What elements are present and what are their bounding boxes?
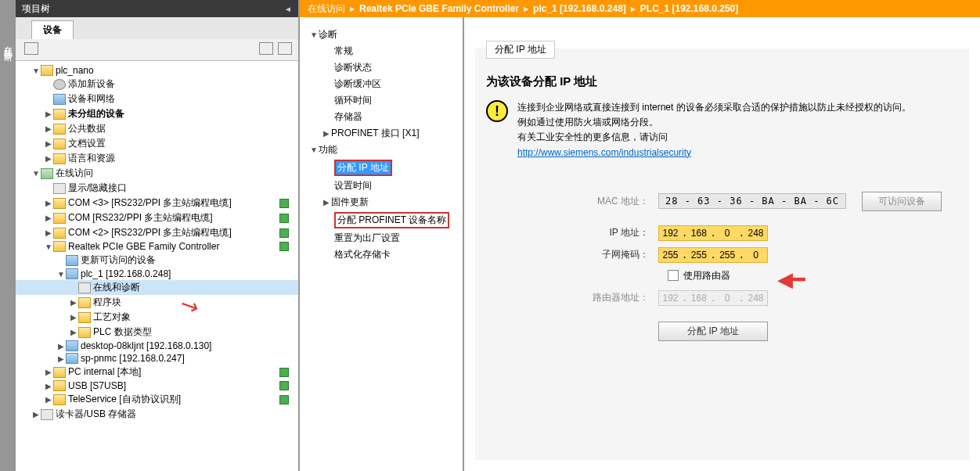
- desktop-node[interactable]: ▶desktop-08kljnt [192.168.0.130]: [16, 340, 298, 352]
- doc-settings[interactable]: ▶文档设置: [16, 136, 298, 151]
- nav-factory-reset[interactable]: 重置为出厂设置: [303, 230, 459, 246]
- breadcrumb-seg[interactable]: Realtek PCIe GBE Family Controller: [359, 3, 519, 14]
- router-label: 路由器地址：: [564, 291, 658, 304]
- access-devices-button[interactable]: 可访问设备: [862, 192, 942, 211]
- toolbar-icon-1[interactable]: [24, 42, 38, 55]
- nav-firmware[interactable]: ▶固件更新: [303, 194, 459, 210]
- nav-memory[interactable]: 存储器: [303, 109, 459, 125]
- nav-cycle-time[interactable]: 循环时间: [303, 92, 459, 109]
- status-icon: [279, 242, 289, 251]
- add-device[interactable]: 添加新设备: [16, 77, 298, 92]
- nav-assign-ip[interactable]: 分配 IP 地址: [303, 158, 459, 178]
- show-hide-interface[interactable]: 显示/隐藏接口: [16, 181, 298, 196]
- breadcrumb-seg[interactable]: 在线访问: [308, 2, 345, 16]
- vertical-tab[interactable]: 在线与诊断: [0, 0, 16, 471]
- devices-tab[interactable]: 设备: [31, 20, 74, 39]
- nav-assign-profinet[interactable]: 分配 PROFINET 设备名称: [303, 210, 459, 230]
- mac-label: MAC 地址：: [564, 195, 658, 208]
- status-icon: [279, 199, 289, 208]
- online-diag[interactable]: 在线和诊断: [16, 280, 298, 295]
- update-devices[interactable]: 更新可访问的设备: [16, 253, 298, 268]
- nav-diag-buffer[interactable]: 诊断缓冲区: [303, 76, 459, 92]
- nav-profinet[interactable]: ▶PROFINET 接口 [X1]: [303, 125, 459, 142]
- mask-label: 子网掩码：: [564, 248, 658, 261]
- ip-input[interactable]: 192.168.0.248: [658, 225, 768, 241]
- warning-line: 有关工业安全性的更多信息，请访问: [517, 130, 911, 145]
- section-title: 分配 IP 地址: [486, 41, 555, 59]
- card-reader[interactable]: ▶读卡器/USB 存储器: [16, 407, 298, 422]
- use-router-checkbox[interactable]: [668, 270, 679, 281]
- nav-format-card[interactable]: 格式化存储卡: [303, 246, 459, 263]
- toolbar-icon-3[interactable]: [278, 42, 292, 55]
- toolbar-icon-2[interactable]: [259, 42, 273, 55]
- sp-pnmc-node[interactable]: ▶sp-pnmc [192.168.0.247]: [16, 352, 298, 365]
- assign-ip-button[interactable]: 分配 IP 地址: [658, 322, 768, 341]
- teleservice[interactable]: ▶TeleService [自动协议识别]: [16, 392, 298, 407]
- collapse-icon[interactable]: ◄: [284, 5, 292, 13]
- nav-set-time[interactable]: 设置时间: [303, 178, 459, 194]
- router-input: 192.168.0.248: [658, 290, 768, 306]
- lang-resources[interactable]: ▶语言和资源: [16, 151, 298, 166]
- use-router-label: 使用路由器: [683, 269, 730, 282]
- mac-value: 28 - 63 - 36 - BA - BA - 6C: [658, 193, 846, 209]
- project-tree: ▼plc_nano 添加新设备 设备和网络 ▶未分组的设备 ▶公共数据 ▶文档设…: [16, 61, 298, 471]
- com2[interactable]: ▶COM <2> [RS232/PPI 多主站编程电缆]: [16, 225, 298, 240]
- panel-header: 项目树 ◄: [16, 0, 298, 17]
- mask-input[interactable]: 255.255.255.0: [658, 247, 768, 263]
- warning-line: 连接到企业网络或直接连接到 internet 的设备必须采取合适的保护措施以防止…: [517, 100, 911, 115]
- status-icon: [279, 381, 289, 390]
- content-heading: 为该设备分配 IP 地址: [486, 74, 958, 89]
- nav-general[interactable]: 常规: [303, 43, 459, 59]
- breadcrumb: 在线访问▸ Realtek PCIe GBE Family Controller…: [300, 0, 980, 17]
- nav-func[interactable]: ▼功能: [303, 142, 459, 158]
- nav-diag[interactable]: ▼诊断: [303, 27, 459, 43]
- project-root[interactable]: ▼plc_nano: [16, 64, 298, 77]
- pc-internal[interactable]: ▶PC internal [本地]: [16, 365, 298, 379]
- ungrouped-devices[interactable]: ▶未分组的设备: [16, 106, 298, 121]
- project-tree-panel: 项目树 ◄ 设备 ▼plc_nano 添加新设备 设备和网络 ▶未分组的设备 ▶…: [16, 0, 300, 471]
- online-access[interactable]: ▼在线访问: [16, 166, 298, 181]
- status-icon: [279, 368, 289, 377]
- warning-line: 例如通过使用防火墙或网络分段。: [517, 115, 911, 130]
- tech-objects[interactable]: ▶工艺对象: [16, 310, 298, 325]
- breadcrumb-seg[interactable]: PLC_1 [192.168.0.250]: [640, 3, 738, 14]
- program-blocks[interactable]: ▶程序块: [16, 295, 298, 310]
- warning-icon: !: [486, 100, 508, 122]
- ip-label: IP 地址：: [564, 226, 658, 239]
- security-link[interactable]: http://www.siemens.com/industrialsecurit…: [517, 147, 691, 158]
- tree-toolbar: [16, 39, 298, 61]
- plc-datatypes[interactable]: ▶PLC 数据类型: [16, 325, 298, 340]
- panel-title: 项目树: [22, 2, 50, 16]
- usb-s7usb[interactable]: ▶USB [S7USB]: [16, 379, 298, 392]
- common-data[interactable]: ▶公共数据: [16, 121, 298, 136]
- content-panel: 分配 IP 地址 为该设备分配 IP 地址 ! 连接到企业网络或直接连接到 in…: [464, 17, 980, 471]
- nav-panel: ▼诊断 常规 诊断状态 诊断缓冲区 循环时间 存储器 ▶PROFINET 接口 …: [300, 17, 464, 471]
- status-icon: [279, 214, 289, 223]
- com[interactable]: ▶COM [RS232/PPI 多主站编程电缆]: [16, 210, 298, 225]
- com3[interactable]: ▶COM <3> [RS232/PPI 多主站编程电缆]: [16, 196, 298, 210]
- nav-diag-status[interactable]: 诊断状态: [303, 59, 459, 76]
- devices-networks[interactable]: 设备和网络: [16, 92, 298, 106]
- warning-box: ! 连接到企业网络或直接连接到 internet 的设备必须采取合适的保护措施以…: [486, 100, 958, 160]
- plc1[interactable]: ▼plc_1 [192.168.0.248]: [16, 268, 298, 280]
- status-icon: [279, 395, 289, 404]
- vertical-tab-label: 在线与诊断: [2, 39, 14, 47]
- realtek-controller[interactable]: ▼Realtek PCIe GBE Family Controller: [16, 240, 298, 253]
- status-icon: [279, 228, 289, 238]
- breadcrumb-seg[interactable]: plc_1 [192.168.0.248]: [533, 3, 626, 14]
